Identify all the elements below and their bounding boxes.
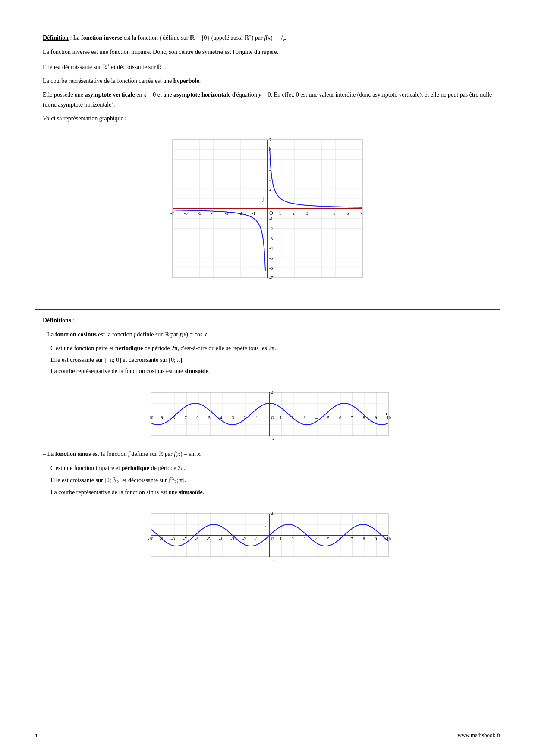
sin-periodique-label: périodique (122, 465, 150, 471)
page-number: 4 (35, 732, 38, 739)
definition-box: Définition : La fonction inverse est la … (35, 26, 500, 296)
fonction-inverse-label: fonction inverse (81, 35, 122, 41)
sinus-graph (138, 505, 397, 565)
cosinus-p4: La courbe représentative de la fonction … (50, 367, 492, 376)
sinus-p4: La courbe représentative de la fonction … (50, 488, 492, 497)
definition-title: Définition (43, 35, 69, 41)
cosinus-intro: – La fonction cosinus est la fonction f … (43, 330, 492, 339)
inverse-p3: La courbe représentative de la fonction … (43, 76, 492, 86)
graphique-intro: Voici sa représentation graphique : (43, 114, 492, 123)
sinus-intro: – La fonction sinus est la fonction f dé… (43, 449, 492, 459)
website: www.mathsbook.fr (457, 732, 500, 739)
sinus-p2: C'est une fonction impaire et périodique… (50, 464, 492, 473)
def-text2: est la fonction f définie sur ℝ − {0} (a… (122, 35, 286, 41)
sinus-graph-container (43, 505, 492, 565)
cos-sinusoide-label: sinusoïde (185, 368, 208, 374)
cosinus-p3: Elle est croissante sur [−π; 0] et décro… (50, 355, 492, 365)
hyperbole-label: hyperbole (173, 78, 199, 84)
cos-periodique-label: périodique (115, 345, 143, 351)
inverse-p1: La fonction inverse est une fonction imp… (43, 47, 492, 57)
definitions-header: Définitions : (43, 316, 492, 325)
footer: 4 www.mathsbook.fr (0, 732, 535, 739)
def-text1: : La (69, 35, 81, 41)
inverse-graph (164, 131, 371, 286)
inverse-p4: Elle possède une asymptote verticale en … (43, 90, 492, 110)
asymptote-horizontale-label: asymptote horizontale (173, 91, 231, 98)
definitions-box: Définitions : – La fonction cosinus est … (35, 309, 500, 575)
definition-header: Définition : La fonction inverse est la … (43, 32, 492, 43)
cosinus-graph-container (43, 384, 492, 444)
sin-sinusoide-label: sinusoïde (179, 489, 202, 496)
fonction-sinus-label: fonction sinus (55, 451, 91, 457)
cosinus-graph (138, 384, 397, 444)
sinus-p3: Elle est croissante sur [0; π/2] et décr… (50, 475, 492, 486)
asymptote-verticale-label: asymptote verticale (85, 91, 135, 98)
inverse-graph-container (43, 131, 492, 286)
cosinus-p2: C'est une fonction paire et périodique d… (50, 344, 492, 353)
definitions-title: Définitions (43, 317, 71, 323)
fonction-cosinus-label: fonction cosinus (55, 331, 97, 338)
inverse-p2: Elle est décroissante sur ℝ+ et décroiss… (43, 62, 492, 72)
